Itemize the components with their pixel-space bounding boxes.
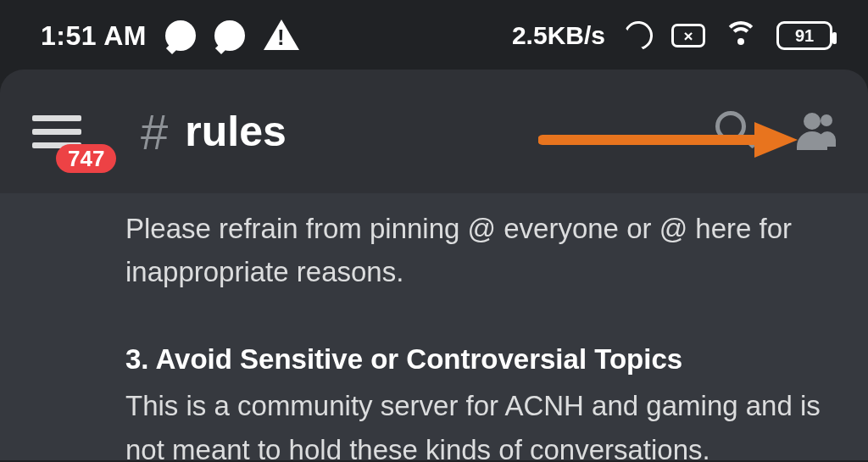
status-right: 2.5KB/s × 91 <box>512 21 832 50</box>
search-icon[interactable] <box>715 111 756 152</box>
channel-name: rules <box>185 107 287 156</box>
clock: 1:51 AM <box>41 20 147 52</box>
messenger-icon <box>214 20 245 51</box>
menu-button[interactable]: 747 <box>32 115 81 148</box>
warning-icon <box>264 19 299 50</box>
status-left: 1:51 AM <box>41 20 299 52</box>
battery-icon: 91 <box>776 21 832 50</box>
channel-header: 747 # rules <box>0 70 868 193</box>
members-icon[interactable] <box>793 113 836 150</box>
network-speed: 2.5KB/s <box>512 21 605 50</box>
channel-content[interactable]: Please refrain from pinning @ everyone o… <box>0 193 868 460</box>
rule-text: Please refrain from pinning @ everyone o… <box>125 207 829 293</box>
vibrate-off-icon: × <box>671 24 705 47</box>
rule-text: This is a community server for ACNH and … <box>125 384 829 460</box>
messenger-icon <box>165 20 196 51</box>
hash-icon: # <box>141 103 168 160</box>
do-not-disturb-icon <box>618 15 659 56</box>
channel-title[interactable]: # rules <box>141 103 287 160</box>
unread-badge: 747 <box>56 144 116 173</box>
rule-heading: 3. Avoid Sensitive or Controversial Topi… <box>125 337 829 381</box>
wifi-icon <box>724 21 758 50</box>
android-status-bar: 1:51 AM 2.5KB/s × 91 <box>0 0 868 71</box>
